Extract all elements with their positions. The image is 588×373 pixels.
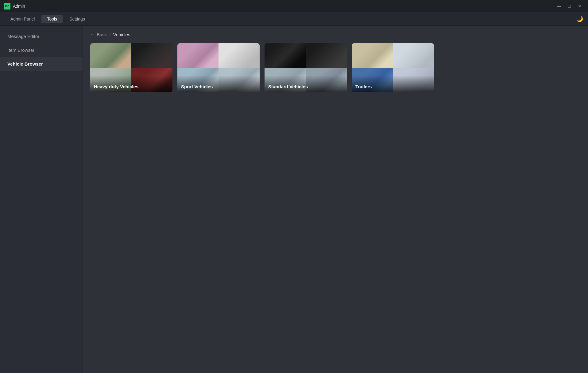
tab-tools[interactable]: Tools [41, 15, 63, 23]
vehicle-category-label-trailers: Trailers [352, 75, 434, 92]
minimize-button[interactable]: — [554, 2, 563, 10]
back-label[interactable]: Back [97, 32, 107, 37]
tab-admin-panel[interactable]: Admin Panel [5, 15, 40, 23]
sidebar-item-vehicle-browser[interactable]: Vehicle Browser [0, 57, 83, 71]
menu-tabs: Admin Panel Tools Settings [5, 15, 91, 23]
title-bar-left: PZ Admin [4, 3, 25, 10]
back-arrow-icon: ← [90, 32, 95, 37]
vehicle-cell-heavy-tr [131, 43, 172, 68]
theme-toggle-button[interactable]: 🌙 [576, 16, 583, 22]
vehicle-cell-heavy-tl [90, 43, 131, 68]
menu-bar: Admin Panel Tools Settings 🌙 [0, 12, 588, 26]
vehicle-category-trailers[interactable]: Trailers [352, 43, 434, 92]
vehicle-cell-sport-tl [177, 43, 219, 68]
tab-settings[interactable]: Settings [64, 15, 91, 23]
sidebar-item-message-editor[interactable]: Message Editor [0, 29, 83, 43]
vehicle-category-label-sport: Sport Vehicles [177, 75, 260, 92]
vehicle-cell-standard-tr [306, 43, 347, 68]
main-layout: Message Editor Item Browser Vehicle Brow… [0, 26, 588, 373]
vehicle-category-heavy-duty[interactable]: Heavy-duty Vehicles [90, 43, 172, 92]
vehicle-category-grid: Heavy-duty Vehicles Sport Vehicles [90, 43, 581, 92]
vehicle-cell-sport-tr [219, 43, 260, 68]
app-title: Admin [13, 4, 25, 9]
sidebar-item-item-browser[interactable]: Item Browser [0, 43, 83, 57]
breadcrumb-current: Vehicles [113, 32, 130, 37]
vehicle-category-label-standard: Standard Vehicles [265, 75, 347, 92]
breadcrumb-separator: / [109, 32, 110, 37]
vehicle-category-standard[interactable]: Standard Vehicles [265, 43, 347, 92]
content-area: ← Back / Vehicles Heavy-duty Vehicles [83, 26, 588, 373]
window-controls: — □ ✕ [554, 2, 584, 10]
title-bar: PZ Admin — □ ✕ [0, 0, 588, 12]
vehicle-cell-trailer-tr [393, 43, 434, 68]
vehicle-cell-standard-tl [265, 43, 306, 68]
vehicle-category-label-heavy: Heavy-duty Vehicles [90, 75, 172, 92]
close-button[interactable]: ✕ [575, 2, 584, 10]
vehicle-category-sport[interactable]: Sport Vehicles [177, 43, 260, 92]
vehicle-cell-trailer-tl [352, 43, 393, 68]
sidebar: Message Editor Item Browser Vehicle Brow… [0, 26, 83, 373]
pz-logo: PZ [4, 3, 10, 10]
back-button[interactable]: ← Back [90, 32, 107, 37]
maximize-button[interactable]: □ [565, 2, 574, 10]
breadcrumb: ← Back / Vehicles [90, 32, 581, 37]
